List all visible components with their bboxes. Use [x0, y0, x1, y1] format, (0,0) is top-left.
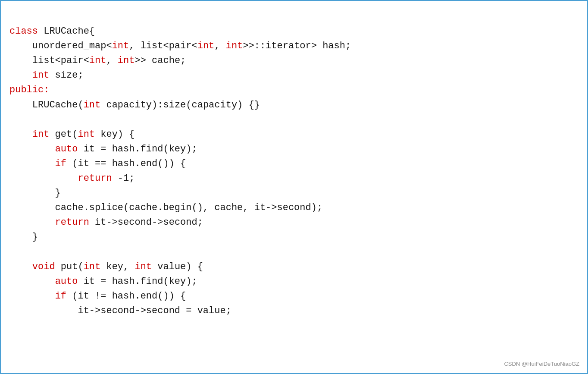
line-1: class LRUCache{	[9, 26, 95, 37]
line-2: unordered_map<int, list<pair<int, int>>:…	[9, 41, 351, 51]
line-20: it->second->second = value;	[9, 305, 231, 316]
line-19: if (it != hash.end()) {	[9, 291, 186, 302]
line-11: return -1;	[9, 173, 134, 184]
line-17: void put(int key, int value) {	[9, 261, 203, 272]
line-12: }	[9, 188, 61, 198]
line-9: auto it = hash.find(key);	[9, 144, 197, 154]
line-8: int get(int key) {	[9, 129, 134, 140]
code-container: class LRUCache{ unordered_map<int, list<…	[0, 0, 588, 374]
line-4: int size;	[9, 70, 84, 81]
line-18: auto it = hash.find(key);	[9, 276, 197, 287]
watermark: CSDN @HuiFeiDeTuoNiaoGZ	[504, 361, 579, 367]
line-6: LRUCache(int capacity):size(capacity) {}	[9, 100, 260, 110]
line-10: if (it == hash.end()) {	[9, 158, 186, 169]
line-5: public:	[9, 85, 49, 95]
line-13: cache.splice(cache.begin(), cache, it->s…	[9, 202, 322, 213]
line-14: return it->second->second;	[9, 217, 203, 228]
line-3: list<pair<int, int>> cache;	[9, 55, 186, 66]
code-block: class LRUCache{ unordered_map<int, list<…	[9, 9, 579, 333]
line-15: }	[9, 232, 38, 242]
